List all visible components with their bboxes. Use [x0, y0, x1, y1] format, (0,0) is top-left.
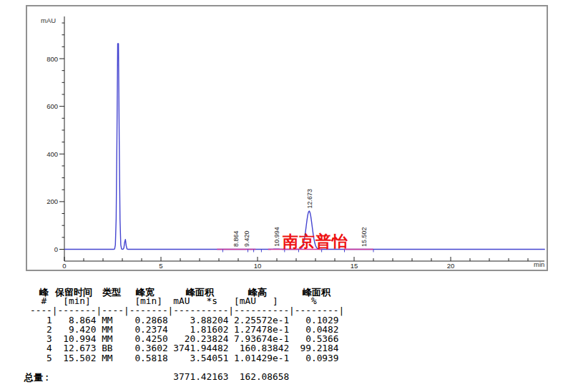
watermark-text: 南京普怡: [283, 231, 348, 253]
peak-table-body: # [min] [min] mAU *s [mAU ] % ----|-----…: [30, 296, 344, 382]
chromatogram-canvas: 0510152002004006008008.8649.42010.99412.…: [27, 6, 547, 270]
peak-table: 峰 保留时间 类型 峰宽 峰面积 峰高 峰面积 # [min] [min] mA…: [30, 286, 366, 388]
axis-tick-labels: 051015200200400600800: [46, 55, 454, 270]
svg-text:600: 600: [46, 102, 58, 110]
svg-text:0: 0: [62, 262, 66, 270]
svg-text:10: 10: [254, 262, 262, 270]
chromatogram-plot: 0510152002004006008008.8649.42010.99412.…: [26, 5, 548, 271]
svg-text:400: 400: [46, 150, 58, 158]
svg-text:9.420: 9.420: [243, 230, 250, 247]
svg-text:20: 20: [447, 262, 455, 270]
svg-text:8.864: 8.864: [232, 230, 240, 247]
svg-text:10.994: 10.994: [273, 227, 280, 247]
svg-text:800: 800: [46, 55, 58, 63]
chromatogram-report: 0510152002004006008008.8649.42010.99412.…: [0, 0, 563, 392]
svg-text:15: 15: [351, 262, 358, 270]
x-axis-unit-label: min: [534, 260, 544, 268]
signal-trace: [64, 44, 545, 250]
axes: [59, 16, 544, 261]
svg-text:5: 5: [159, 262, 162, 270]
svg-text:0: 0: [54, 245, 58, 253]
totals-label: 总量 :: [24, 371, 49, 384]
y-axis-unit-label: mAU: [41, 16, 56, 24]
svg-text:15.502: 15.502: [361, 227, 368, 247]
svg-text:12.673: 12.673: [306, 189, 313, 209]
svg-text:200: 200: [46, 197, 58, 205]
